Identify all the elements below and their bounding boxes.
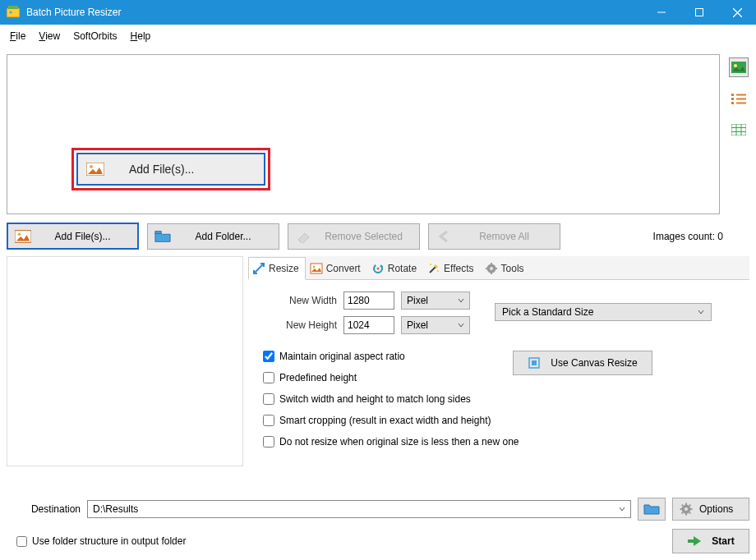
convert-icon <box>310 262 323 275</box>
new-height-label: New Height <box>274 319 337 331</box>
add-files-hero-button[interactable]: Add File(s)... <box>76 153 265 186</box>
maintain-aspect-checkbox[interactable] <box>263 351 274 362</box>
svg-point-31 <box>437 270 439 272</box>
svg-point-8 <box>90 165 93 168</box>
tab-convert[interactable]: Convert <box>306 256 367 279</box>
folder-open-icon <box>643 503 660 516</box>
start-button[interactable]: Start <box>672 529 749 553</box>
view-grid-button[interactable] <box>729 120 749 140</box>
svg-line-25 <box>255 264 263 273</box>
svg-rect-35 <box>491 272 492 274</box>
rotate-icon <box>371 262 385 275</box>
remove-all-button: Remove All <box>428 223 560 250</box>
svg-point-41 <box>685 507 688 511</box>
tab-resize[interactable]: Resize <box>248 257 306 280</box>
svg-rect-26 <box>311 264 322 273</box>
tab-effects[interactable]: Effects <box>423 256 480 279</box>
new-width-label: New Width <box>274 295 337 306</box>
maximize-button[interactable] <box>680 0 718 25</box>
svg-point-33 <box>490 267 493 270</box>
svg-point-30 <box>430 264 431 265</box>
height-unit-select[interactable]: Pixel <box>401 316 470 334</box>
canvas-icon <box>528 356 541 370</box>
images-count: Images count: 0 <box>653 231 749 242</box>
chevron-down-icon <box>698 309 704 315</box>
svg-point-23 <box>18 232 21 236</box>
svg-point-2 <box>10 11 12 14</box>
picture-icon <box>15 230 31 243</box>
no-resize-smaller-checkbox[interactable] <box>263 436 274 448</box>
menu-file[interactable]: File <box>3 27 32 45</box>
folder-icon <box>154 230 171 243</box>
svg-point-29 <box>376 267 379 269</box>
svg-rect-42 <box>685 503 687 506</box>
gear-icon <box>680 503 693 516</box>
view-thumbnails-button[interactable] <box>729 57 749 77</box>
svg-rect-15 <box>731 102 734 104</box>
remove-selected-button: Remove Selected <box>288 223 420 250</box>
svg-rect-37 <box>495 268 497 269</box>
svg-rect-13 <box>731 98 734 100</box>
standard-size-select[interactable]: Pick a Standard Size <box>495 303 712 321</box>
remove-all-label: Remove All <box>462 231 555 242</box>
menu-softorbits[interactable]: SoftOrbits <box>67 27 123 45</box>
svg-rect-0 <box>7 8 20 17</box>
svg-rect-43 <box>685 513 687 516</box>
canvas-resize-button[interactable]: Use Canvas Resize <box>513 351 652 375</box>
add-files-button[interactable]: Add File(s)... <box>7 223 139 250</box>
svg-rect-34 <box>491 263 492 265</box>
smart-crop-checkbox[interactable] <box>263 415 274 426</box>
close-button[interactable] <box>718 0 756 25</box>
resize-icon <box>252 262 265 275</box>
delete-all-icon <box>436 230 452 243</box>
options-button[interactable]: Options <box>672 498 749 521</box>
svg-rect-44 <box>680 508 683 510</box>
predefined-height-checkbox[interactable] <box>263 372 274 383</box>
svg-rect-39 <box>532 360 537 365</box>
new-height-input[interactable] <box>343 316 394 334</box>
app-icon <box>7 6 20 19</box>
new-width-input[interactable] <box>343 291 394 310</box>
add-files-highlight: Add File(s)... <box>71 148 270 190</box>
preview-panel <box>7 256 243 466</box>
svg-point-10 <box>734 64 737 67</box>
svg-rect-36 <box>486 268 488 269</box>
svg-rect-45 <box>690 508 693 510</box>
image-drop-area[interactable]: Add File(s)... <box>7 54 720 214</box>
svg-rect-1 <box>8 6 18 9</box>
chevron-down-icon <box>458 297 464 304</box>
picture-icon <box>86 163 104 176</box>
tab-tools[interactable]: Tools <box>481 256 531 279</box>
grid-icon <box>731 124 746 135</box>
minimize-button[interactable] <box>643 0 680 25</box>
titlebar: Batch Picture Resizer <box>0 0 756 25</box>
menu-view[interactable]: View <box>32 27 67 45</box>
destination-combo[interactable]: D:\Results <box>87 500 631 518</box>
menu-help[interactable]: Help <box>124 27 158 45</box>
add-files-hero-label: Add File(s)... <box>129 163 194 176</box>
effects-icon <box>427 262 440 275</box>
start-arrow-icon <box>687 535 702 547</box>
window-title: Batch Picture Resizer <box>26 7 643 18</box>
thumbnail-icon <box>731 62 746 73</box>
use-folder-structure-checkbox[interactable] <box>16 536 27 547</box>
add-folder-label: Add Folder... <box>181 231 274 242</box>
add-files-label: Add File(s)... <box>41 231 132 242</box>
chevron-down-icon <box>619 506 625 512</box>
chevron-down-icon <box>458 322 464 328</box>
view-mode-tools <box>728 54 749 214</box>
menubar: File View SoftOrbits Help <box>0 25 756 48</box>
svg-rect-11 <box>731 94 734 96</box>
tab-rotate[interactable]: Rotate <box>367 256 423 279</box>
tools-icon <box>485 262 498 275</box>
switch-wh-checkbox[interactable] <box>263 393 274 405</box>
settings-panel: Resize Convert Rotate Effects Tools <box>248 256 749 466</box>
browse-folder-button[interactable] <box>638 498 666 521</box>
svg-point-27 <box>312 265 315 268</box>
remove-selected-label: Remove Selected <box>321 231 414 242</box>
width-unit-select[interactable]: Pixel <box>401 291 470 310</box>
settings-tabs: Resize Convert Rotate Effects Tools <box>248 256 749 280</box>
add-folder-button[interactable]: Add Folder... <box>147 223 279 250</box>
view-list-button[interactable] <box>729 89 749 108</box>
eraser-icon <box>295 230 311 243</box>
